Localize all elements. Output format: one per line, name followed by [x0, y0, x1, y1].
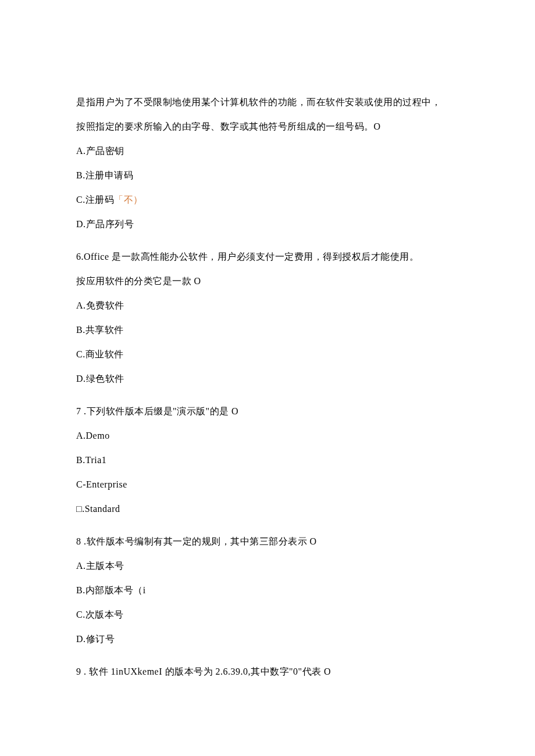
q7-option-d: □.Standard [76, 502, 459, 516]
q5-stem-line2: 按照指定的要求所输入的由字母、数字或其他符号所组成的一组号码。O [76, 120, 459, 134]
q8-stem: 8 .软件版本号编制有其一定的规则，其中第三部分表示 O [76, 535, 459, 549]
q8-option-b: B.内部版本号（i [76, 583, 459, 597]
q5-option-c-mark: 「不） [114, 195, 143, 205]
q8-option-d: D.修订号 [76, 632, 459, 646]
q9-stem: 9 . 软件 1inUXkemeI 的版本号为 2.6.39.0,其中数字"0"… [76, 665, 459, 679]
q7-stem: 7 .下列软件版本后缀是"演示版"的是 O [76, 404, 459, 418]
q6-option-a: A.免费软件 [76, 299, 459, 313]
q6-option-b: B.共享软件 [76, 323, 459, 337]
q5-option-c-text: C.注册码 [76, 195, 114, 205]
q5-option-d: D.产品序列号 [76, 217, 459, 231]
q6-option-c: C.商业软件 [76, 347, 459, 361]
q7-option-a: A.Demo [76, 429, 459, 443]
q6-stem-line2: 按应用软件的分类它是一款 O [76, 274, 459, 288]
q6-stem-line1: 6.Office 是一款高性能办公软件，用户必须支付一定费用，得到授权后才能使用… [76, 250, 459, 264]
q8-option-a: A.主版本号 [76, 559, 459, 573]
q7-option-c: C-Enterprise [76, 478, 459, 492]
q5-option-c: C.注册码「不） [76, 193, 459, 207]
document-page: 是指用户为了不受限制地使用某个计算机软件的功能，而在软件安装或使用的过程中， 按… [0, 0, 535, 747]
q8-option-c: C.次版本号 [76, 608, 459, 622]
q5-stem-line1: 是指用户为了不受限制地使用某个计算机软件的功能，而在软件安装或使用的过程中， [76, 95, 459, 109]
q5-option-a: A.产品密钥 [76, 144, 459, 158]
q6-option-d: D.绿色软件 [76, 372, 459, 386]
q7-option-b: B.Tria1 [76, 453, 459, 467]
q5-option-b: B.注册申请码 [76, 169, 459, 182]
